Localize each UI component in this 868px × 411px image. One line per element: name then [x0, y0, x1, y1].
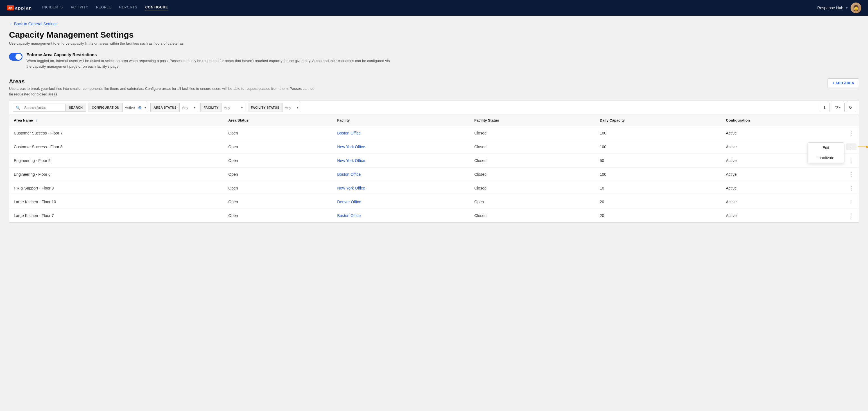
- config-filter-label: CONFIGURATION: [89, 103, 123, 112]
- toggle-switch[interactable]: [9, 53, 23, 61]
- facility-link[interactable]: New York Office: [337, 158, 365, 163]
- facility-status-cell: Closed: [470, 154, 595, 168]
- row-more-button[interactable]: ⋮: [846, 171, 857, 178]
- col-configuration: Configuration: [721, 115, 844, 126]
- back-link[interactable]: ← Back to General Settings: [9, 22, 58, 26]
- facility-cell: Boston Office: [333, 209, 470, 222]
- download-button[interactable]: ⬇: [820, 103, 830, 112]
- nav-incidents[interactable]: INCIDENTS: [42, 5, 63, 10]
- nav-activity[interactable]: ACTIVITY: [71, 5, 88, 10]
- context-menu: Edit Inactivate: [808, 142, 844, 163]
- actions-cell: ⋮: [844, 181, 859, 195]
- table-row: HR & Support - Floor 9 Open New York Off…: [9, 181, 859, 195]
- areas-title: Areas: [9, 78, 318, 85]
- facility-link[interactable]: Denver Office: [337, 200, 361, 204]
- facility-cell: New York Office: [333, 140, 470, 154]
- area-status-cell: Open: [224, 126, 333, 140]
- row-more-button[interactable]: ⋮: [846, 185, 857, 192]
- search-group: 🔍 SEARCH: [13, 104, 86, 112]
- col-daily-capacity: Daily Capacity: [595, 115, 721, 126]
- areas-header: Areas Use areas to break your facilities…: [9, 78, 859, 97]
- nav-reports[interactable]: REPORTS: [119, 5, 137, 10]
- facility-cell: New York Office: [333, 181, 470, 195]
- logo-icon: ap: [7, 5, 14, 10]
- area-name-cell: Engineering - Floor 5: [9, 154, 224, 168]
- col-facility: Facility: [333, 115, 470, 126]
- logo[interactable]: ap appian: [7, 5, 32, 10]
- context-menu-inactivate[interactable]: Inactivate: [808, 153, 844, 163]
- facility-label: FACILITY: [201, 103, 221, 112]
- logo-text: appian: [15, 6, 32, 10]
- actions-cell: ⋮: [844, 126, 859, 140]
- search-input[interactable]: [23, 104, 65, 111]
- col-actions: [844, 115, 859, 126]
- area-status-cell: Open: [224, 140, 333, 154]
- configuration-cell: Active: [721, 126, 844, 140]
- configuration-cell: Active: [721, 209, 844, 222]
- configuration-cell: Active: [721, 195, 844, 209]
- daily-capacity-cell: 20: [595, 209, 721, 222]
- area-status-arrow: ▾: [192, 106, 198, 109]
- toggle-description: When toggled on, internal users will be …: [26, 58, 392, 69]
- facility-status-cell: Closed: [470, 140, 595, 154]
- table-row: Large Kitchen - Floor 10 Open Denver Off…: [9, 195, 859, 209]
- facility-status-cell: Closed: [470, 126, 595, 140]
- toggle-title: Enforce Area Capacity Restrictions: [26, 52, 392, 57]
- facility-filter[interactable]: FACILITY Any ▾: [200, 103, 245, 112]
- filter-arrow: ▾: [839, 106, 840, 109]
- area-status-filter[interactable]: AREA STATUS Any ▾: [150, 103, 198, 112]
- config-filter-clear[interactable]: ⊗: [137, 105, 143, 110]
- table-row: Engineering - Floor 6 Open Boston Office…: [9, 168, 859, 181]
- table-row: Engineering - Floor 5 Open New York Offi…: [9, 154, 859, 168]
- facility-cell: Boston Office: [333, 126, 470, 140]
- search-button[interactable]: SEARCH: [65, 104, 86, 111]
- area-status-cell: Open: [224, 154, 333, 168]
- area-status-value: Any: [180, 106, 192, 110]
- facility-link[interactable]: Boston Office: [337, 172, 361, 177]
- filter-button[interactable]: ⧩ ▾: [831, 103, 845, 112]
- user-avatar[interactable]: 👩: [850, 3, 861, 13]
- facility-status-filter[interactable]: FACILITY STATUS Any ▾: [248, 103, 301, 112]
- area-status-label: AREA STATUS: [151, 103, 180, 112]
- daily-capacity-cell: 10: [595, 181, 721, 195]
- context-menu-edit[interactable]: Edit: [808, 143, 844, 153]
- user-label[interactable]: Response Hub: [817, 6, 843, 10]
- search-icon: 🔍: [13, 104, 23, 111]
- area-name-cell: Customer Success - Floor 8: [9, 140, 224, 154]
- actions-cell: ⋮: [844, 168, 859, 181]
- area-name-cell: HR & Support - Floor 9: [9, 181, 224, 195]
- facility-link[interactable]: Boston Office: [337, 131, 361, 135]
- actions-cell: ⋮: [844, 195, 859, 209]
- config-filter-arrow[interactable]: ▾: [143, 106, 148, 109]
- facility-arrow: ▾: [239, 106, 245, 109]
- toggle-section: Enforce Area Capacity Restrictions When …: [9, 52, 859, 69]
- nav-chevron: ▾: [846, 6, 848, 10]
- add-area-button[interactable]: + ADD AREA: [828, 78, 859, 88]
- areas-title-block: Areas Use areas to break your facilities…: [9, 78, 318, 97]
- row-more-button[interactable]: ⋮: [846, 199, 857, 205]
- area-name-cell: Large Kitchen - Floor 7: [9, 209, 224, 222]
- facility-link[interactable]: New York Office: [337, 186, 365, 190]
- col-area-name: Area Name ↑: [9, 115, 224, 126]
- main-content: ← Back to General Settings Capacity Mana…: [0, 16, 868, 411]
- config-filter-value: Active: [123, 106, 137, 110]
- nav-configure[interactable]: CONFIGURE: [145, 5, 168, 10]
- config-filter[interactable]: CONFIGURATION Active ⊗ ▾: [89, 103, 148, 112]
- area-name-cell: Large Kitchen - Floor 10: [9, 195, 224, 209]
- sort-icon[interactable]: ↑: [36, 118, 38, 123]
- facility-status-value: Any: [282, 106, 294, 110]
- daily-capacity-cell: 20: [595, 195, 721, 209]
- actions-cell: ⋮ Edit Inactivate ▶: [844, 140, 859, 154]
- refresh-button[interactable]: ↻: [846, 103, 855, 112]
- row-more-button[interactable]: ⋮: [846, 130, 857, 136]
- row-more-button[interactable]: ⋮: [846, 212, 857, 219]
- row-more-button[interactable]: ⋮: [846, 143, 857, 150]
- daily-capacity-cell: 100: [595, 168, 721, 181]
- row-more-button[interactable]: ⋮: [846, 157, 857, 164]
- facility-link[interactable]: New York Office: [337, 145, 365, 149]
- filters-row: 🔍 SEARCH CONFIGURATION Active ⊗ ▾ AREA S…: [9, 100, 859, 114]
- nav-people[interactable]: PEOPLE: [96, 5, 111, 10]
- col-area-status: Area Status: [224, 115, 333, 126]
- facility-status-cell: Closed: [470, 181, 595, 195]
- facility-link[interactable]: Boston Office: [337, 213, 361, 218]
